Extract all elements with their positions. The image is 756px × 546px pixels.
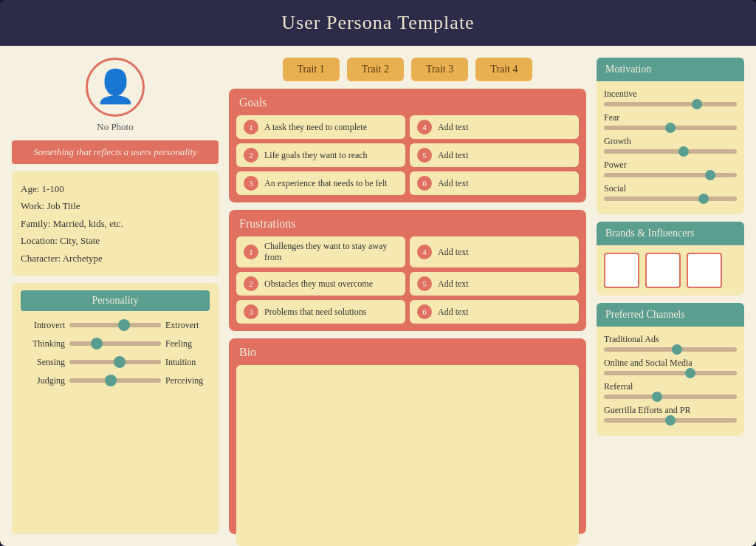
goal-item-4: 4 Add text [410,115,579,139]
label-growth: Growth [604,136,737,147]
track-power[interactable] [604,173,737,177]
label-intuition: Intuition [165,357,210,368]
track-sensing[interactable] [69,360,161,364]
track-traditional[interactable] [604,347,737,352]
tagline-text: Something that reflects a users personal… [33,146,197,157]
tagline-box: Something that reflects a users personal… [12,140,219,164]
label-referral: Referral [604,381,737,392]
main-content: 👤 No Photo Something that reflects a use… [0,46,756,546]
thumb-introvert[interactable] [118,319,130,331]
brand-box-3[interactable] [687,253,722,288]
traits-row: Trait 1 Trait 2 Trait 3 Trait 4 [229,58,586,81]
track-introvert[interactable] [69,323,161,327]
frust-item-4: 4 Add text [410,236,579,267]
goal-text-2: Life goals they want to reach [264,150,368,161]
goal-item-5: 5 Add text [410,143,579,167]
frust-text-5: Add text [438,279,469,290]
goals-title: Goals [236,96,579,109]
brand-box-2[interactable] [645,253,681,288]
thumb-social[interactable] [698,194,709,204]
motivation-header: Motivation [597,58,744,81]
motivation-section: Motivation Incentive Fear [597,58,744,214]
frust-num-5: 5 [417,276,432,291]
bio-content[interactable] [236,365,579,546]
brands-section: Brands & Influencers [597,222,744,296]
frustrations-title: Frustrations [236,217,579,231]
brands-header: Brands & Influencers [597,222,744,245]
frust-item-2: 2 Obstacles they must overcome [236,272,405,296]
slider-judging-perceiving: Judging Perceiving [21,375,210,386]
channel-social: Online and Social Media [604,358,737,375]
brand-box-1[interactable] [604,253,639,288]
info-character: Character: Archetype [21,250,210,267]
label-judging: Judging [21,375,65,386]
brands-grid [597,253,744,288]
thumb-incentive[interactable] [692,99,702,109]
frust-num-1: 1 [244,245,258,259]
track-judging[interactable] [69,378,161,383]
page-title: User Persona Template [281,12,474,33]
track-social[interactable] [604,197,737,201]
thumb-referral[interactable] [652,392,662,402]
thumb-judging[interactable] [105,375,117,386]
track-guerrilla[interactable] [604,418,737,423]
thumb-guerrilla[interactable] [665,415,676,426]
trait-2-button[interactable]: Trait 2 [347,58,404,81]
slider-introvert-extrovert: Introvert Extrovert [21,320,210,331]
page-header: User Persona Template [0,0,756,46]
info-box: Age: 1-100 Work: Job Title Family: Marri… [12,171,219,276]
goal-text-5: Add text [438,150,469,161]
thumb-thinking[interactable] [91,338,103,349]
trait-1-button[interactable]: Trait 1 [283,58,340,81]
goal-num-5: 5 [417,148,432,163]
track-growth[interactable] [604,149,737,154]
frust-num-6: 6 [417,304,432,319]
personality-header: Personality [21,290,210,311]
left-column: 👤 No Photo Something that reflects a use… [12,58,219,534]
goals-grid: 1 A task they need to complete 4 Add tex… [236,115,579,195]
motivation-growth: Growth [604,136,737,154]
track-thinking[interactable] [69,341,161,346]
frust-text-2: Obstacles they must overcome [264,279,373,290]
trait-4-button[interactable]: Trait 4 [475,58,532,81]
track-referral[interactable] [604,395,737,399]
motivation-sliders: Incentive Fear Growth [597,89,744,201]
avatar: 👤 [86,58,145,117]
goal-text-3: An experience that needs to be felt [264,178,388,189]
frust-text-6: Add text [438,307,469,318]
bio-title: Bio [236,346,579,359]
track-online-social[interactable] [604,371,737,375]
avatar-section: 👤 No Photo [12,58,219,133]
thumb-fear[interactable] [665,123,676,133]
channels-header: Preferred Channels [597,303,744,327]
track-incentive[interactable] [604,102,737,106]
thumb-online-social[interactable] [685,368,695,378]
label-social: Social [604,183,737,194]
slider-thinking-feeling: Thinking Feeling [21,338,210,349]
thumb-power[interactable] [705,170,715,180]
label-perceiving: Perceiving [165,375,210,386]
label-feeling: Feeling [165,338,210,349]
trait-3-button[interactable]: Trait 3 [411,58,468,81]
personality-section: Personality Introvert Extrovert Thinking [12,283,219,534]
goal-num-2: 2 [244,148,258,163]
channel-guerrilla: Guerrilla Efforts and PR [604,405,737,423]
thumb-traditional[interactable] [672,344,682,355]
info-age: Age: 1-100 [21,180,210,197]
motivation-incentive: Incentive [604,89,737,106]
frust-num-2: 2 [244,276,258,291]
frust-text-4: Add text [438,247,469,258]
thumb-sensing[interactable] [114,356,126,368]
frust-num-3: 3 [244,304,258,319]
goal-item-1: 1 A task they need to complete [236,115,405,139]
thumb-growth[interactable] [678,146,689,157]
slider-sensing-intuition: Sensing Intuition [21,357,210,368]
label-sensing: Sensing [21,357,65,368]
frustrations-grid: 1 Challenges they want to stay away from… [236,236,579,324]
label-power: Power [604,160,737,171]
goal-text-6: Add text [438,178,469,189]
goal-item-6: 6 Add text [410,171,579,195]
track-fear[interactable] [604,126,737,130]
goal-item-3: 3 An experience that needs to be felt [236,171,405,195]
channels-sliders: Traditional Ads Online and Social Media … [597,334,744,423]
